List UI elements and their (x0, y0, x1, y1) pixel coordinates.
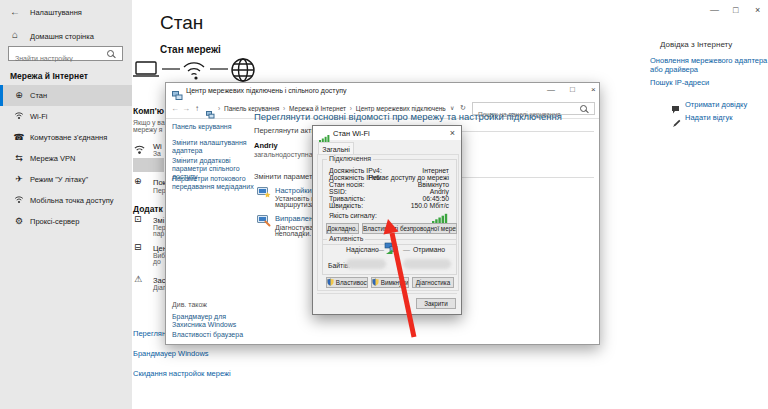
settings-minimize-button[interactable]: — (710, 5, 719, 15)
properties-button-fragment[interactable] (133, 158, 164, 172)
feedback-link[interactable]: Надати відгук (685, 113, 732, 122)
row-value: Інтернет (422, 167, 449, 174)
sidebar-item-dialup[interactable]: ☎ Комутоване з'єднання (0, 127, 132, 148)
properties-button[interactable]: Властивості (326, 277, 368, 288)
see-also-title: Див. також (172, 301, 254, 309)
uac-shield-icon (327, 278, 334, 286)
wifi-type-fragment: За (153, 150, 161, 157)
windows-firewall-link[interactable]: Брандмауер Windows (133, 349, 209, 358)
close-button[interactable]: Закрити (416, 298, 456, 309)
connection-status-heading-fragment: Комп'ю (133, 106, 164, 116)
get-help-link[interactable]: Отримати довідку (685, 100, 747, 109)
settings-occluded-content: Комп'ю Якщо у ва мережу я Wi За ⊕ Пок Пе… (132, 100, 165, 345)
row-label: SSID: (329, 188, 347, 195)
details-button[interactable]: Докладно... (326, 223, 359, 234)
cpl-task-change-adapter[interactable]: Змінити налаштування адаптера (172, 139, 254, 155)
button-label: Властивості (336, 279, 368, 286)
cpl-task-media-streaming[interactable]: Параметри потокового передавання медіада… (172, 175, 254, 191)
new-connection-icon (257, 185, 271, 203)
cpl-minimize-button[interactable]: — (547, 85, 555, 94)
vpn-icon: ⇆ (12, 153, 26, 163)
task-desc: неполадки. (275, 230, 311, 237)
row-label: Стан носія: (329, 181, 364, 188)
feedback-pencil-icon (672, 114, 681, 132)
wireless-properties-button[interactable]: Властивості безпроводної мережі (362, 223, 457, 234)
breadcrumb-sep: › (218, 105, 220, 112)
warning-icon: ⚠ (134, 274, 142, 284)
diagnose-button[interactable]: Діагностика (412, 277, 454, 288)
cpl-main-heading: Переглянути основні відомості про мережу… (254, 111, 594, 122)
sidebar-item-mobile-hotspot[interactable]: Мобільна точка доступу (0, 190, 132, 211)
sidebar-item-status[interactable]: ⊕ Стан (0, 85, 132, 106)
sidebar-item-label: Проксі-сервер (30, 217, 79, 226)
activity-computers-icon (384, 241, 399, 259)
settings-search-input[interactable] (13, 52, 113, 66)
airplane-icon: ✈ (12, 174, 26, 184)
settings-window-title: Налаштування (30, 8, 82, 17)
sidebar-item-proxy[interactable]: ⚙ Проксі-сервер (0, 211, 132, 232)
network-name: Andriy (254, 141, 278, 150)
desc-fragment: Пере (153, 187, 165, 194)
help-link-adapter-driver[interactable]: Оновлення мережевого адаптера або драйве… (650, 56, 768, 74)
dialup-icon: ☎ (12, 132, 26, 142)
nav-back-icon[interactable]: ← (171, 104, 179, 113)
cpl-home-link[interactable]: Панель керування (172, 123, 254, 131)
search-icon (107, 50, 114, 57)
disable-button[interactable]: Вимкнути (371, 277, 409, 288)
address-bar-icon (206, 105, 215, 123)
sidebar-item-wifi[interactable]: Wi-Fi (0, 106, 132, 127)
wifi-icon (133, 141, 146, 159)
hotspot-icon (12, 195, 26, 206)
divider (317, 293, 457, 294)
sidebar-item-label: Стан (30, 91, 47, 100)
see-also-internet-options-link[interactable]: Властивості браузера (172, 331, 254, 339)
sidebar-item-vpn[interactable]: ⇆ Мережа VPN (0, 148, 132, 169)
wifi-dot (194, 76, 197, 79)
connection-group-label: Підключення (327, 155, 373, 162)
uac-shield-icon (372, 278, 379, 286)
chevron-down-icon[interactable]: ∨ (450, 104, 454, 111)
page-title: Стан (160, 12, 203, 34)
desc-fragment: до (153, 258, 161, 265)
settings-search-box[interactable] (8, 46, 123, 61)
sidebar-item-airplane-mode[interactable]: ✈ Режим "У літаку" (0, 169, 132, 190)
laptop-icon (136, 62, 156, 74)
sidebar-section-title: Мережа й Інтернет (10, 71, 88, 81)
monitor-icon: ⊡ (134, 214, 142, 224)
settings-close-button[interactable]: × (755, 5, 760, 15)
desc-fragment: Діаг (153, 284, 165, 291)
network-status-icon: ⊕ (12, 90, 26, 100)
row-value: Ввімкнуто (418, 181, 449, 188)
row-value: Немає доступу до мережі (368, 174, 449, 181)
row-value: 150.0 Мбіт/с (411, 202, 449, 209)
button-label: Вимкнути (381, 279, 409, 286)
row-label: Досяжність IPv4: (329, 167, 382, 174)
sidebar-item-label: Комутоване з'єднання (30, 133, 107, 142)
selected-accent-bar (0, 85, 3, 106)
help-link-find-ip[interactable]: Пошук IP-адреси (650, 78, 768, 87)
wifi-status-dialog: Стан Wi-Fi × Загальні Підключення Досяжн… (312, 125, 462, 315)
globe-icon: ⊕ (134, 176, 142, 186)
cpl-maximize-button[interactable]: □ (570, 85, 575, 94)
received-label: Отримано (413, 246, 445, 253)
see-also-firewall-link[interactable]: Брандмауер для Захисника Windows (172, 313, 254, 329)
dialog-close-icon[interactable]: × (450, 128, 455, 138)
view-properties-link-fragment[interactable]: Переглян (133, 329, 165, 338)
nav-forward-icon[interactable]: → (182, 104, 190, 113)
activity-group-label: Активність (327, 235, 365, 242)
sidebar-item-label: Режим "У літаку" (30, 175, 88, 184)
sidebar-item-home[interactable]: Домашня сторінка (30, 32, 94, 41)
show-networks-fragment: Пок (153, 178, 165, 187)
bytes-sent-redacted (346, 259, 386, 269)
network-reset-link[interactable]: Скидання настройок мережі (133, 369, 231, 378)
advanced-settings-heading-fragment: Додатк (133, 204, 163, 214)
cpl-close-button[interactable]: × (591, 85, 596, 94)
nav-up-icon[interactable]: ↑ (195, 104, 199, 113)
settings-maximize-button[interactable]: □ (733, 5, 738, 15)
window-title: Центр мережевих підключень і спільного д… (186, 87, 346, 94)
home-icon: ⌂ (12, 29, 18, 40)
row-value: 06:45:50 (423, 195, 449, 202)
back-arrow-icon[interactable]: ← (10, 6, 20, 17)
desc-fragment: пар (153, 230, 164, 237)
signal-quality-label: Якість сигналу: (329, 212, 377, 219)
